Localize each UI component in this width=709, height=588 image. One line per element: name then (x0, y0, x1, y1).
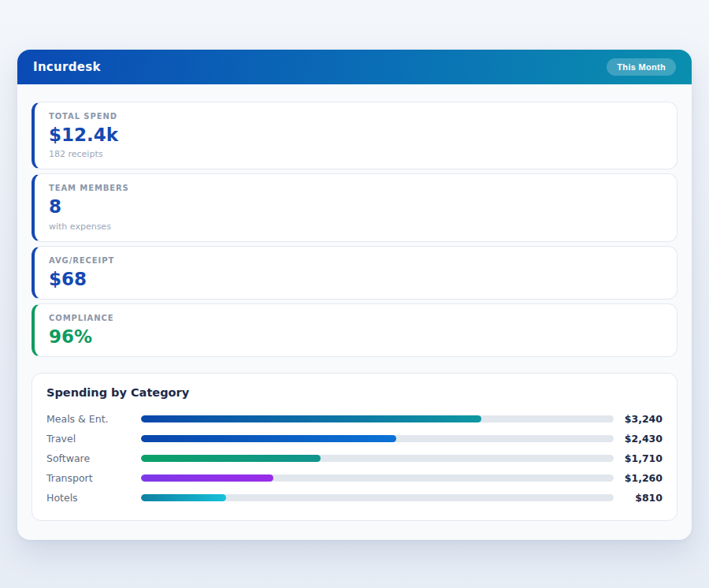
spending-chart-card: Spending by Category Meals & Ent.$3,240T… (32, 373, 677, 521)
incurdesk-dashboard: Incurdesk This Month TOTAL SPEND$12.4k18… (17, 50, 692, 540)
bar-row-meals-ent: Meals & Ent.$3,240 (46, 409, 663, 429)
bar-fill (141, 474, 273, 482)
period-badge[interactable]: This Month (607, 58, 676, 76)
category-value: $1,260 (614, 472, 663, 484)
category-label: Hotels (46, 492, 141, 504)
category-value: $810 (614, 492, 663, 504)
category-label: Travel (46, 433, 141, 445)
bar-track (141, 494, 614, 501)
bar-track (141, 455, 614, 462)
stat-card-avg-receipt: AVG/RECEIPT$68 (32, 246, 677, 300)
category-label: Software (46, 452, 141, 464)
stat-label: TOTAL SPEND (49, 112, 663, 121)
app-title: Incurdesk (33, 60, 101, 74)
chart-rows: Meals & Ent.$3,240Travel$2,430Software$1… (46, 409, 663, 508)
bar-fill (141, 415, 481, 422)
stat-card-compliance: COMPLIANCE96% (32, 303, 677, 357)
bar-row-travel: Travel$2,430 (46, 429, 663, 448)
stat-label: COMPLIANCE (49, 314, 663, 322)
bar-track (141, 415, 614, 422)
stat-sublabel: 182 receipts (49, 149, 663, 159)
bar-fill (141, 494, 226, 501)
stat-value: 8 (49, 197, 663, 217)
bar-fill (141, 455, 321, 462)
stat-card-total-spend: TOTAL SPEND$12.4k182 receipts (32, 102, 677, 169)
bar-row-transport: Transport$1,260 (46, 468, 663, 488)
stat-value: $12.4k (49, 125, 663, 145)
stat-label: TEAM MEMBERS (49, 184, 663, 192)
bar-track (141, 474, 614, 482)
category-value: $1,710 (614, 452, 663, 464)
category-value: $2,430 (614, 433, 663, 445)
stat-card-team-members: TEAM MEMBERS8with expenses (32, 173, 677, 241)
stats-list: TOTAL SPEND$12.4k182 receiptsTEAM MEMBER… (32, 102, 677, 357)
category-label: Transport (46, 472, 141, 484)
app-header: Incurdesk This Month (17, 50, 692, 84)
bar-fill (141, 435, 396, 442)
bar-row-software: Software$1,710 (46, 448, 663, 468)
stat-value: $68 (49, 270, 663, 289)
stat-sublabel: with expenses (49, 221, 663, 232)
dashboard-content: TOTAL SPEND$12.4k182 receiptsTEAM MEMBER… (17, 84, 692, 521)
chart-title: Spending by Category (46, 386, 663, 399)
category-value: $3,240 (614, 413, 663, 425)
bar-track (141, 435, 614, 442)
category-label: Meals & Ent. (46, 413, 141, 425)
stat-value: 96% (49, 327, 663, 347)
stat-label: AVG/RECEIPT (49, 256, 663, 265)
bar-row-hotels: Hotels$810 (46, 488, 663, 508)
